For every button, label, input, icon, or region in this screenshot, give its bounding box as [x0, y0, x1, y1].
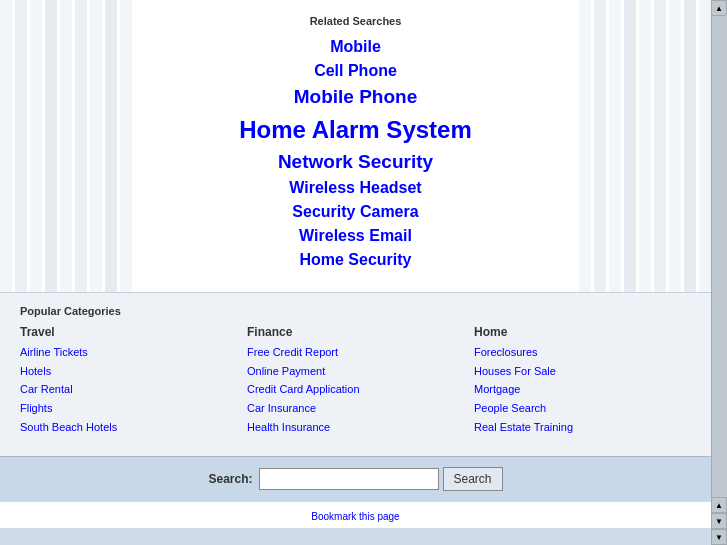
related-searches-title: Related Searches — [0, 15, 711, 27]
link-airline-tickets[interactable]: Airline Tickets — [20, 343, 237, 362]
scroll-down-bottom-arrow[interactable]: ▼ — [711, 513, 727, 529]
link-credit-card-application[interactable]: Credit Card Application — [247, 380, 464, 399]
search-link-wireless-email[interactable]: Wireless Email — [0, 224, 711, 248]
link-houses-for-sale[interactable]: Houses For Sale — [474, 362, 691, 381]
link-real-estate-training[interactable]: Real Estate Training — [474, 418, 691, 437]
scroll-down-last-arrow[interactable]: ▼ — [711, 529, 727, 545]
link-flights[interactable]: Flights — [20, 399, 237, 418]
category-travel: Travel Airline Tickets Hotels Car Rental… — [20, 325, 237, 436]
categories-grid: Travel Airline Tickets Hotels Car Rental… — [20, 325, 691, 436]
search-link-home-security[interactable]: Home Security — [0, 248, 711, 272]
related-searches-content: Related Searches Mobile Cell Phone Mobil… — [0, 10, 711, 272]
search-link-network-security[interactable]: Network Security — [0, 148, 711, 177]
search-link-security-camera[interactable]: Security Camera — [0, 200, 711, 224]
category-home-header: Home — [474, 325, 691, 339]
link-online-payment[interactable]: Online Payment — [247, 362, 464, 381]
category-travel-header: Travel — [20, 325, 237, 339]
search-link-mobile-phone[interactable]: Mobile Phone — [0, 83, 711, 112]
link-free-credit-report[interactable]: Free Credit Report — [247, 343, 464, 362]
category-home: Home Foreclosures Houses For Sale Mortga… — [474, 325, 691, 436]
search-link-cell-phone[interactable]: Cell Phone — [0, 59, 711, 83]
scroll-up-arrow[interactable]: ▲ — [711, 0, 727, 16]
search-button[interactable]: Search — [443, 467, 503, 491]
popular-categories-section: Popular Categories Travel Airline Ticket… — [0, 292, 711, 456]
search-bar-section: Search: Search — [0, 456, 711, 501]
search-link-mobile[interactable]: Mobile — [0, 35, 711, 59]
bookmark-link[interactable]: Bookmark this page — [311, 511, 399, 522]
popular-categories-title: Popular Categories — [20, 305, 691, 317]
category-finance-header: Finance — [247, 325, 464, 339]
link-car-insurance[interactable]: Car Insurance — [247, 399, 464, 418]
search-link-wireless-headset[interactable]: Wireless Headset — [0, 176, 711, 200]
link-hotels[interactable]: Hotels — [20, 362, 237, 381]
search-label: Search: — [208, 472, 252, 486]
link-south-beach-hotels[interactable]: South Beach Hotels — [20, 418, 237, 437]
link-people-search[interactable]: People Search — [474, 399, 691, 418]
link-foreclosures[interactable]: Foreclosures — [474, 343, 691, 362]
scrollbar[interactable] — [711, 0, 727, 545]
link-health-insurance[interactable]: Health Insurance — [247, 418, 464, 437]
scroll-up-bottom-arrow[interactable]: ▲ — [711, 497, 727, 513]
search-link-home-alarm[interactable]: Home Alarm System — [0, 112, 711, 148]
link-car-rental[interactable]: Car Rental — [20, 380, 237, 399]
related-searches-section: Related Searches Mobile Cell Phone Mobil… — [0, 0, 711, 292]
search-input[interactable] — [259, 468, 439, 490]
link-mortgage[interactable]: Mortgage — [474, 380, 691, 399]
bookmark-section: Bookmark this page — [0, 501, 711, 528]
category-finance: Finance Free Credit Report Online Paymen… — [247, 325, 464, 436]
